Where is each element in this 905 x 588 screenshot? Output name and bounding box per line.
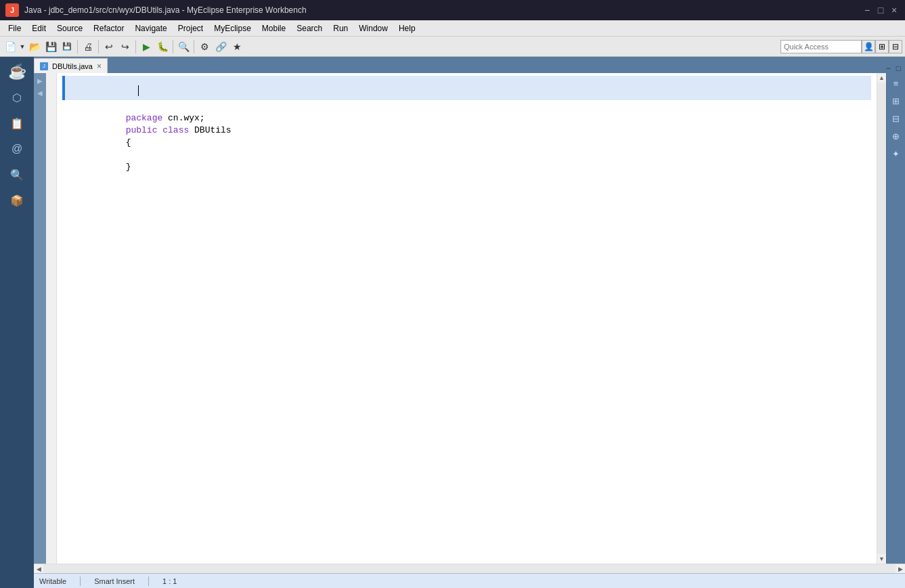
narrow-icon-2[interactable]: ◀ <box>35 88 45 97</box>
right-sidebar: ≡ ⊞ ⊟ ⊕ ✦ <box>886 73 905 564</box>
menu-mobile[interactable]: Mobile <box>257 22 291 35</box>
close-button[interactable]: × <box>889 5 900 16</box>
toolbar: 📄 ▼ 📂 💾 💾 🖨 ↩ ↪ ▶ 🐛 🔍 ⚙ 🔗 ★ 👤 ⊞ ⊟ <box>0 37 905 57</box>
code-class-name: DBUtils <box>189 125 231 135</box>
toolbar-extra-3[interactable]: ★ <box>229 39 244 54</box>
toolbar-new[interactable]: 📄 <box>3 39 18 54</box>
editor-wrapper: ▶ ◀ package cn <box>34 73 905 564</box>
code-line-6 <box>62 137 871 149</box>
status-position: 1 : 1 <box>162 577 177 585</box>
menu-window[interactable]: Window <box>353 22 393 35</box>
minimize-button[interactable]: − <box>862 5 873 16</box>
main-area: ☕ ⬡ 📋 @ 🔍 📦 J DBUtils.java × − □ ▶ ◀ <box>0 57 905 588</box>
menu-navigate[interactable]: Navigate <box>129 22 172 35</box>
menu-refactor[interactable]: Refactor <box>88 22 129 35</box>
tab-maximize[interactable]: □ <box>895 64 902 73</box>
window-controls: − □ × <box>862 5 900 16</box>
narrow-icon-1[interactable]: ▶ <box>35 76 45 85</box>
toolbar-run[interactable]: ▶ <box>139 39 154 54</box>
quick-access-icon1[interactable]: 👤 <box>862 40 875 53</box>
code-area[interactable]: package cn.wyx; public class DBUtils { <box>57 73 877 564</box>
toolbar-open[interactable]: 📂 <box>27 39 42 54</box>
title-bar: J Java - jdbc_demo1/src/cn/wyx/DBUtils.j… <box>0 0 905 20</box>
toolbar-sep-1 <box>77 40 78 53</box>
toolbar-dropdown-1[interactable]: ▼ <box>19 39 26 54</box>
left-sidebar: ☕ ⬡ 📋 @ 🔍 📦 <box>0 57 34 588</box>
code-line-2: package cn.wyx; <box>62 88 871 100</box>
toolbar-redo[interactable]: ↪ <box>118 39 133 54</box>
right-icon-4[interactable]: ⊕ <box>889 129 904 143</box>
toolbar-search[interactable]: 🔍 <box>176 39 191 54</box>
menu-edit[interactable]: Edit <box>26 22 51 35</box>
status-bar: Writable Smart Insert 1 : 1 <box>34 573 905 588</box>
menu-file[interactable]: File <box>3 22 26 35</box>
scroll-track[interactable] <box>877 83 886 554</box>
toolbar-sep-5 <box>194 40 194 53</box>
sidebar-icon-5[interactable]: 📦 <box>5 188 29 212</box>
app-icon: J <box>5 3 19 17</box>
status-sep-1 <box>80 576 81 586</box>
code-keyword-class: class <box>162 125 189 135</box>
tab-bar-controls: − □ <box>885 64 905 73</box>
right-icon-2[interactable]: ⊞ <box>889 93 904 108</box>
toolbar-save[interactable]: 💾 <box>43 39 58 54</box>
toolbar-extra-2[interactable]: 🔗 <box>213 39 228 54</box>
vertical-scrollbar[interactable]: ▲ ▼ <box>877 73 886 564</box>
code-line-1 <box>62 76 871 88</box>
toolbar-debug[interactable]: 🐛 <box>155 39 170 54</box>
status-writable: Writable <box>39 577 66 585</box>
active-line-indicator-2 <box>62 88 65 100</box>
code-line-7: } <box>62 149 871 161</box>
h-scroll-track[interactable] <box>43 564 896 573</box>
tab-label: DBUtils.java <box>52 62 93 70</box>
code-indent <box>126 101 147 111</box>
toolbar-undo[interactable]: ↩ <box>102 39 116 54</box>
horizontal-scrollbar[interactable]: ◀ ▶ <box>34 564 905 573</box>
toolbar-sep-3 <box>135 40 136 53</box>
menu-help[interactable]: Help <box>393 22 421 35</box>
tab-close-button[interactable]: × <box>97 62 102 71</box>
scroll-up-arrow[interactable]: ▲ <box>877 73 887 83</box>
quick-access-input[interactable] <box>780 40 862 53</box>
right-icon-3[interactable]: ⊟ <box>889 111 904 126</box>
sidebar-icon-4[interactable]: 🔍 <box>5 162 29 187</box>
menu-run[interactable]: Run <box>328 22 353 35</box>
sidebar-icon-3[interactable]: @ <box>5 137 29 161</box>
code-package-name: cn.wyx; <box>162 113 204 123</box>
text-cursor <box>138 85 139 96</box>
right-icon-1[interactable]: ≡ <box>889 76 904 91</box>
toolbar-save-all[interactable]: 💾 <box>60 39 74 54</box>
scroll-right-arrow[interactable]: ▶ <box>896 564 905 574</box>
sidebar-icon-1[interactable]: ⬡ <box>5 85 29 110</box>
scroll-down-arrow[interactable]: ▼ <box>877 554 887 564</box>
toolbar-sep-4 <box>173 40 173 53</box>
status-sep-2 <box>148 576 149 586</box>
code-keyword-public: public <box>126 125 158 135</box>
status-smart-insert: Smart Insert <box>94 577 135 585</box>
window-title: Java - jdbc_demo1/src/cn/wyx/DBUtils.jav… <box>24 5 856 15</box>
menu-source[interactable]: Source <box>51 22 88 35</box>
maximize-button[interactable]: □ <box>875 5 886 16</box>
menu-search[interactable]: Search <box>291 22 328 35</box>
toolbar-print[interactable]: 🖨 <box>81 39 95 54</box>
line-gutter <box>46 73 57 564</box>
toolbar-sep-2 <box>98 40 99 53</box>
tab-minimize[interactable]: − <box>885 64 892 73</box>
sidebar-icon-java[interactable]: ☕ <box>5 60 29 84</box>
menu-project[interactable]: Project <box>173 22 208 35</box>
sidebar-icon-2[interactable]: 📋 <box>5 111 29 135</box>
editor-tab-dbutils[interactable]: J DBUtils.java × <box>34 58 108 73</box>
menu-myeclipse[interactable]: MyEclipse <box>208 22 257 35</box>
menu-bar: File Edit Source Refactor Navigate Proje… <box>0 20 905 37</box>
code-close-brace: } <box>126 162 131 172</box>
quick-access-icon2[interactable]: ⊞ <box>875 40 889 53</box>
code-line-3 <box>62 100 871 112</box>
quick-access-box: 👤 ⊞ ⊟ <box>780 40 902 53</box>
scroll-left-arrow[interactable]: ◀ <box>34 564 43 574</box>
toolbar-extra-1[interactable]: ⚙ <box>197 39 212 54</box>
quick-access-icon3[interactable]: ⊟ <box>889 40 902 53</box>
tab-java-icon: J <box>40 62 48 70</box>
narrow-left-strip: ▶ ◀ <box>34 73 46 564</box>
right-icon-5[interactable]: ✦ <box>889 146 904 161</box>
editor-area[interactable]: package cn.wyx; public class DBUtils { <box>46 73 886 564</box>
